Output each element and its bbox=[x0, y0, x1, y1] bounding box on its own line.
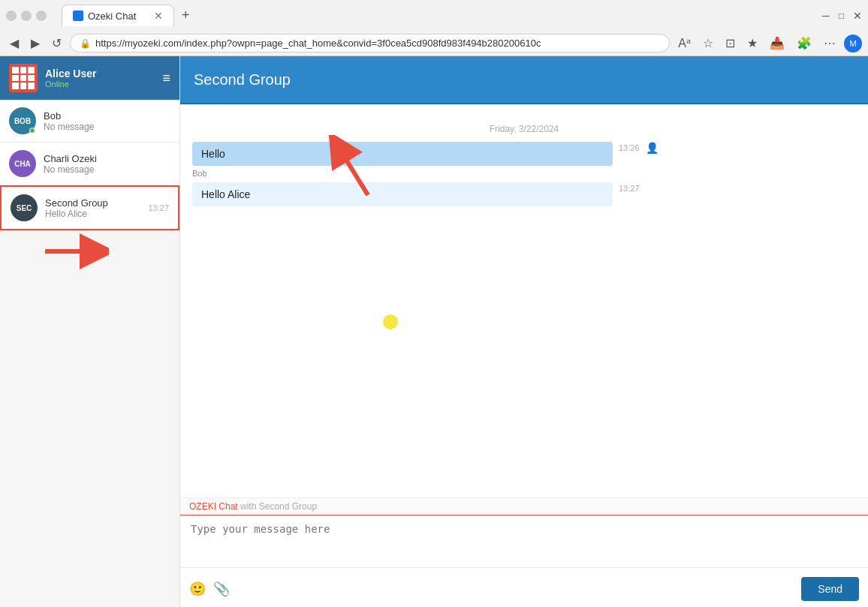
contact-item-bob[interactable]: BOB Bob No message bbox=[0, 100, 179, 143]
maximize-btn[interactable] bbox=[21, 11, 32, 21]
compose-label-suffix: with Second Group bbox=[240, 501, 317, 512]
user-avatar bbox=[9, 64, 38, 92]
sender-name-1: Bob bbox=[192, 169, 856, 178]
compose-toolbar: 🙂 📎 Send bbox=[180, 571, 868, 607]
more-btn[interactable]: ⋯ bbox=[820, 35, 839, 52]
profile-btn[interactable]: M bbox=[844, 35, 862, 53]
extensions-btn[interactable]: 🧩 bbox=[793, 35, 815, 52]
message-text-1: Hello bbox=[201, 148, 225, 160]
address-bar[interactable]: 🔒 https://myozeki.com/index.php?owpn=pag… bbox=[70, 34, 670, 53]
tab-bar: Ozeki Chat ✕ + bbox=[56, 5, 199, 26]
grid-dot bbox=[12, 75, 19, 82]
tab-close-btn[interactable]: ✕ bbox=[154, 10, 163, 22]
sidebar-header: Alice User Online ≡ bbox=[0, 56, 179, 100]
grid-dot bbox=[20, 67, 27, 74]
chat-area: Second Group Friday, 3/22/2024 Hello 13:… bbox=[180, 56, 868, 607]
refresh-btn[interactable]: ↺ bbox=[48, 35, 65, 52]
grid-dot bbox=[28, 83, 35, 89]
grid-dot bbox=[20, 83, 27, 89]
sidebar-user-status: Online bbox=[45, 80, 155, 89]
tab-favicon bbox=[73, 11, 83, 21]
compose-label: OZEKI Chat with Second Group bbox=[180, 498, 868, 515]
chat-messages[interactable]: Friday, 3/22/2024 Hello 13:26 👤 Bob bbox=[180, 104, 868, 497]
back-btn[interactable]: ◀ bbox=[6, 35, 23, 52]
person-icon-1: 👤 bbox=[646, 142, 659, 154]
forward-btn[interactable]: ▶ bbox=[27, 35, 44, 52]
browser-titlebar: Ozeki Chat ✕ + ─ □ ✕ bbox=[0, 0, 868, 31]
contact-avatar-bob: BOB bbox=[9, 107, 36, 134]
bubble-content-1: Hello bbox=[192, 142, 613, 166]
grid-dot bbox=[20, 75, 27, 82]
split-btn[interactable]: ⊡ bbox=[722, 35, 739, 52]
cursor-indicator bbox=[383, 314, 398, 329]
bookmark-btn[interactable]: ☆ bbox=[699, 35, 717, 52]
grid-dot bbox=[28, 67, 35, 74]
message-bubble-2: Hello Alice 13:27 bbox=[192, 182, 856, 206]
read-mode-btn[interactable]: Aᵃ bbox=[674, 35, 695, 52]
grid-dot bbox=[12, 67, 19, 74]
contact-preview-charli: No message bbox=[44, 164, 170, 175]
contact-name-bob: Bob bbox=[44, 110, 170, 122]
hamburger-btn[interactable]: ≡ bbox=[162, 71, 170, 86]
chat-header-title: Second Group bbox=[194, 71, 291, 89]
bubble-time-2: 13:27 bbox=[619, 182, 640, 193]
tab-title: Ozeki Chat bbox=[88, 11, 136, 22]
grid-dot bbox=[12, 83, 19, 89]
message-row-1: Hello 13:26 👤 Bob bbox=[192, 142, 856, 178]
browser-chrome: Ozeki Chat ✕ + ─ □ ✕ ◀ ▶ ↺ 🔒 https://myo… bbox=[0, 0, 868, 56]
bubble-time-1: 13:26 bbox=[619, 142, 640, 152]
favorites-btn[interactable]: ★ bbox=[743, 35, 761, 52]
message-text-2: Hello Alice bbox=[201, 188, 250, 200]
contact-info-second-group: Second Group Hello Alice bbox=[45, 197, 140, 219]
minimize-btn[interactable] bbox=[6, 11, 17, 21]
sidebar-user-info: Alice User Online bbox=[45, 68, 155, 89]
emoji-btn[interactable]: 🙂 bbox=[189, 581, 206, 597]
chat-header: Second Group bbox=[180, 56, 868, 104]
contact-time-second-group: 13:27 bbox=[148, 203, 169, 212]
grid-dot bbox=[28, 75, 35, 82]
lock-icon: 🔒 bbox=[80, 38, 91, 49]
contact-item-second-group[interactable]: SEC Second Group Hello Alice 13:27 bbox=[0, 185, 179, 230]
contact-info-charli: Charli Ozeki No message bbox=[44, 153, 170, 175]
read-later-btn[interactable]: 📥 bbox=[766, 35, 788, 52]
contact-info-bob: Bob No message bbox=[44, 110, 170, 132]
url-text: https://myozeki.com/index.php?owpn=page_… bbox=[95, 38, 541, 49]
contact-initials-second-group: SEC bbox=[17, 204, 32, 212]
date-divider: Friday, 3/22/2024 bbox=[192, 124, 856, 134]
sidebar: Alice User Online ≡ BOB Bob No message bbox=[0, 56, 180, 607]
compose-label-ozeki: OZEKI Chat bbox=[189, 501, 238, 512]
new-tab-btn[interactable]: + bbox=[179, 5, 193, 26]
sidebar-user-name: Alice User bbox=[45, 68, 155, 80]
contact-name-second-group: Second Group bbox=[45, 197, 140, 209]
address-bar-row: ◀ ▶ ↺ 🔒 https://myozeki.com/index.php?ow… bbox=[0, 31, 868, 56]
contact-avatar-second-group: SEC bbox=[11, 194, 38, 221]
message-row-2: Hello Alice 13:27 bbox=[192, 182, 856, 206]
close-window-btn[interactable]: ✕ bbox=[853, 10, 862, 22]
online-indicator-bob bbox=[29, 128, 35, 134]
contact-initials-bob: BOB bbox=[14, 117, 31, 125]
contact-initials-charli: CHA bbox=[14, 160, 31, 168]
browser-actions: Aᵃ ☆ ⊡ ★ 📥 🧩 ⋯ M bbox=[674, 35, 862, 53]
contact-preview-bob: No message bbox=[44, 122, 170, 132]
bubble-content-2: Hello Alice bbox=[192, 182, 613, 206]
minimize-window-btn[interactable]: ─ bbox=[822, 10, 830, 22]
message-input[interactable] bbox=[180, 515, 868, 568]
restore-window-btn[interactable]: □ bbox=[839, 11, 844, 21]
message-bubble-1: Hello 13:26 👤 bbox=[192, 142, 856, 166]
contact-item-charli[interactable]: CHA Charli Ozeki No message bbox=[0, 143, 179, 185]
contact-preview-second-group: Hello Alice bbox=[45, 209, 140, 219]
contact-avatar-charli: CHA bbox=[9, 150, 36, 177]
contact-name-charli: Charli Ozeki bbox=[44, 153, 170, 164]
close-btn[interactable] bbox=[36, 11, 47, 21]
contact-list: BOB Bob No message CHA Charli Ozeki bbox=[0, 100, 179, 607]
app-wrapper: Alice User Online ≡ BOB Bob No message bbox=[0, 56, 868, 607]
compose-area: OZEKI Chat with Second Group 🙂 📎 Send bbox=[180, 497, 868, 607]
active-tab[interactable]: Ozeki Chat ✕ bbox=[62, 5, 174, 26]
attachment-btn[interactable]: 📎 bbox=[213, 581, 230, 597]
window-controls bbox=[6, 11, 47, 21]
send-button[interactable]: Send bbox=[801, 577, 859, 601]
app-container: Alice User Online ≡ BOB Bob No message bbox=[0, 56, 868, 607]
